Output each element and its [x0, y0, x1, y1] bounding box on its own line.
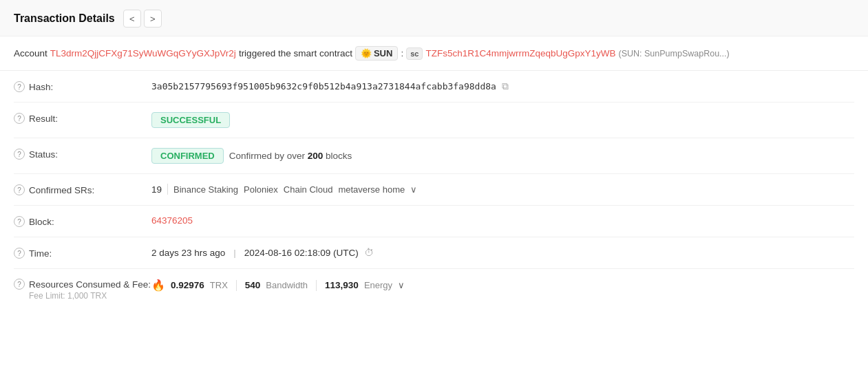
- resources-dropdown-icon[interactable]: ∨: [398, 280, 405, 290]
- contract-note: (SUN: SunPumpSwapRou...): [618, 49, 729, 58]
- clock-icon[interactable]: ⏱: [364, 247, 374, 258]
- hash-value: 3a05b2157795693f951005b9632c9f0b512b4a91…: [151, 81, 496, 92]
- srs-value-col: 19 Binance Staking Poloniex Chain Cloud …: [151, 184, 854, 195]
- trx-value: 0.92976: [171, 280, 204, 290]
- flame-icon: 🔥: [151, 279, 165, 292]
- block-row: ? Block: 64376205: [14, 206, 854, 237]
- result-label: Result:: [29, 114, 58, 124]
- status-help-icon[interactable]: ?: [14, 149, 25, 160]
- sun-badge: 🌞 SUN: [355, 46, 398, 61]
- sr-name-3: Chain Cloud: [284, 184, 333, 195]
- time-label: Time:: [29, 248, 52, 259]
- result-label-col: ? Result:: [14, 112, 151, 124]
- block-label: Block:: [29, 217, 54, 227]
- sr-name-1: Binance Staking: [173, 184, 238, 195]
- copy-icon[interactable]: ⧉: [502, 80, 509, 92]
- nav-prev-button[interactable]: <: [123, 10, 141, 28]
- fee-limit-label: Fee Limit: 1,000 TRX: [29, 291, 107, 301]
- sc-badge: sc: [406, 47, 423, 60]
- page-title: Transaction Details: [14, 12, 115, 25]
- time-help-icon[interactable]: ?: [14, 248, 25, 259]
- hash-value-col: 3a05b2157795693f951005b9632c9f0b512b4a91…: [151, 80, 854, 92]
- confirmed-srs-row: ? Confirmed SRs: 19 Binance Staking Polo…: [14, 174, 854, 206]
- energy-label: Energy: [364, 280, 392, 290]
- account-address-link[interactable]: TL3drm2QjjCFXg71SyWuWGqGYyGXJpVr2j: [50, 48, 236, 58]
- resource-sep-1: [236, 280, 237, 291]
- sun-emoji-icon: 🌞: [361, 48, 372, 58]
- detail-section: ? Hash: 3a05b2157795693f951005b9632c9f0b…: [0, 71, 868, 310]
- resource-sep-2: [316, 280, 317, 291]
- result-badge: SUCCESSFUL: [151, 112, 230, 128]
- sr-name-4: metaverse home: [338, 184, 405, 195]
- contract-address-link[interactable]: TZFs5ch1R1C4mmjwrrmZqeqbUgGpxY1yWB: [425, 48, 615, 58]
- resources-label: Resources Consumed & Fee:: [29, 279, 151, 290]
- resources-help-icon[interactable]: ?: [14, 279, 25, 290]
- resources-value-col: 🔥 0.92976 TRX 540 Bandwidth 113,930 Ener…: [151, 279, 854, 292]
- account-line: Account TL3drm2QjjCFXg71SyWuWGqGYyGXJpVr…: [0, 36, 868, 71]
- time-relative: 2 days 23 hrs ago: [151, 248, 225, 258]
- block-help-icon[interactable]: ?: [14, 216, 25, 227]
- sr-divider: [167, 184, 168, 195]
- srs-label: Confirmed SRs:: [29, 185, 94, 195]
- result-row: ? Result: SUCCESSFUL: [14, 103, 854, 138]
- result-value-col: SUCCESSFUL: [151, 112, 854, 128]
- resources-row: ? Resources Consumed & Fee: Fee Limit: 1…: [14, 269, 854, 310]
- resources-label-col: ? Resources Consumed & Fee: Fee Limit: 1…: [14, 279, 151, 301]
- status-badge: CONFIRMED: [151, 148, 224, 164]
- bandwidth-value: 540: [245, 280, 261, 290]
- hash-row: ? Hash: 3a05b2157795693f951005b9632c9f0b…: [14, 71, 854, 103]
- time-separator: |: [233, 248, 236, 258]
- sun-label: SUN: [374, 48, 392, 58]
- sr-count: 19: [151, 184, 162, 195]
- block-label-col: ? Block:: [14, 215, 151, 227]
- hash-label-col: ? Hash:: [14, 80, 151, 92]
- page-container: Transaction Details < > Account TL3drm2Q…: [0, 0, 868, 366]
- time-label-col: ? Time:: [14, 247, 151, 259]
- time-value-col: 2 days 23 hrs ago | 2024-08-16 02:18:09 …: [151, 247, 854, 258]
- block-value-col: 64376205: [151, 215, 854, 226]
- status-value-col: CONFIRMED Confirmed by over 200 blocks: [151, 148, 854, 164]
- status-label: Status:: [29, 149, 58, 160]
- sr-name-2: Poloniex: [244, 184, 278, 195]
- status-label-col: ? Status:: [14, 148, 151, 160]
- srs-dropdown-icon[interactable]: ∨: [410, 184, 417, 195]
- status-row: ? Status: CONFIRMED Confirmed by over 20…: [14, 138, 854, 174]
- block-number-link[interactable]: 64376205: [151, 215, 193, 226]
- hash-help-icon[interactable]: ?: [14, 81, 25, 92]
- energy-value: 113,930: [325, 280, 359, 290]
- time-row: ? Time: 2 days 23 hrs ago | 2024-08-16 0…: [14, 237, 854, 269]
- hash-label: Hash:: [29, 82, 53, 92]
- srs-label-col: ? Confirmed SRs:: [14, 184, 151, 195]
- confirmed-text: Confirmed by over 200 blocks: [229, 151, 352, 161]
- nav-next-button[interactable]: >: [144, 10, 162, 28]
- triggered-text: triggered the smart contract: [239, 48, 352, 58]
- chevron-right-icon: >: [150, 14, 156, 24]
- srs-help-icon[interactable]: ?: [14, 184, 25, 195]
- result-help-icon[interactable]: ?: [14, 113, 25, 124]
- bandwidth-label: Bandwidth: [266, 280, 308, 290]
- header: Transaction Details < >: [0, 0, 868, 36]
- blocks-count: 200: [308, 151, 326, 161]
- trx-unit: TRX: [210, 280, 228, 290]
- time-utc: 2024-08-16 02:18:09 (UTC): [244, 248, 359, 258]
- account-prefix: Account: [14, 48, 47, 58]
- chevron-left-icon: <: [129, 14, 135, 24]
